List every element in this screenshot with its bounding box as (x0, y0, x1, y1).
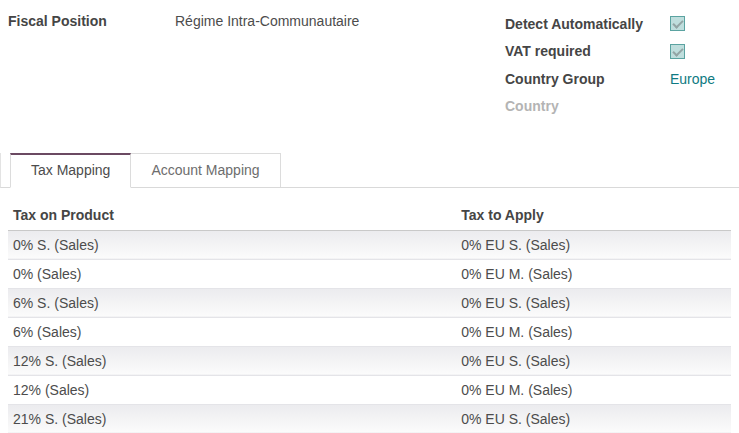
notebook-tabbar: Tax Mapping Account Mapping (0, 153, 739, 188)
table-row[interactable]: 21% S. (Sales) 0% EU S. (Sales) (8, 404, 731, 433)
table-row[interactable]: 6% (Sales) 0% EU M. (Sales) (8, 317, 731, 346)
field-row-country: Country (505, 93, 737, 121)
country-group-label: Country Group (505, 71, 670, 87)
tab-tax-mapping[interactable]: Tax Mapping (10, 153, 131, 188)
tax-to-apply-cell[interactable]: 0% EU M. (Sales) (456, 375, 731, 404)
field-row-country-group: Country Group Europe (505, 65, 737, 93)
detect-automatically-label: Detect Automatically (505, 16, 670, 32)
tax-on-product-cell[interactable]: 6% (Sales) (8, 317, 456, 346)
detect-automatically-checkbox[interactable] (670, 16, 685, 31)
table-row[interactable]: 12% (Sales) 0% EU M. (Sales) (8, 375, 731, 404)
fiscal-position-label: Fiscal Position (8, 13, 107, 29)
field-row-vat-required: VAT required (505, 38, 737, 66)
fiscal-position-form: Fiscal Position Régime Intra-Communautai… (0, 0, 739, 433)
tax-on-product-cell[interactable]: 21% S. (Sales) (8, 404, 456, 433)
tax-on-product-cell[interactable]: 0% (Sales) (8, 259, 456, 288)
form-right-panel: Detect Automatically VAT required Countr… (505, 10, 737, 120)
tax-to-apply-cell[interactable]: 0% EU M. (Sales) (456, 317, 731, 346)
table-row[interactable]: 0% S. (Sales) 0% EU S. (Sales) (8, 230, 731, 259)
tax-on-product-cell[interactable]: 12% S. (Sales) (8, 346, 456, 375)
fiscal-position-value: Régime Intra-Communautaire (175, 13, 359, 29)
tax-on-product-cell[interactable]: 12% (Sales) (8, 375, 456, 404)
tax-mapping-table-body: 0% S. (Sales) 0% EU S. (Sales) 0% (Sales… (8, 230, 731, 433)
tax-on-product-cell[interactable]: 0% S. (Sales) (8, 230, 456, 259)
tab-account-mapping[interactable]: Account Mapping (131, 153, 280, 187)
field-row-detect-automatically: Detect Automatically (505, 10, 737, 38)
table-header-row: Tax on Product Tax to Apply (8, 201, 731, 230)
tax-to-apply-cell[interactable]: 0% EU S. (Sales) (456, 230, 731, 259)
vat-required-label: VAT required (505, 43, 670, 59)
tax-to-apply-cell[interactable]: 0% EU M. (Sales) (456, 259, 731, 288)
country-label: Country (505, 98, 670, 114)
country-group-link[interactable]: Europe (670, 71, 715, 87)
table-row[interactable]: 12% S. (Sales) 0% EU S. (Sales) (8, 346, 731, 375)
tax-to-apply-cell[interactable]: 0% EU S. (Sales) (456, 288, 731, 317)
table-row[interactable]: 0% (Sales) 0% EU M. (Sales) (8, 259, 731, 288)
vat-required-checkbox[interactable] (670, 44, 685, 59)
column-header-tax-to-apply[interactable]: Tax to Apply (456, 201, 731, 230)
column-header-tax-on-product[interactable]: Tax on Product (8, 201, 456, 230)
tax-mapping-table: Tax on Product Tax to Apply 0% S. (Sales… (8, 201, 731, 433)
tax-to-apply-cell[interactable]: 0% EU S. (Sales) (456, 346, 731, 375)
tax-on-product-cell[interactable]: 6% S. (Sales) (8, 288, 456, 317)
table-row[interactable]: 6% S. (Sales) 0% EU S. (Sales) (8, 288, 731, 317)
tax-to-apply-cell[interactable]: 0% EU S. (Sales) (456, 404, 731, 433)
